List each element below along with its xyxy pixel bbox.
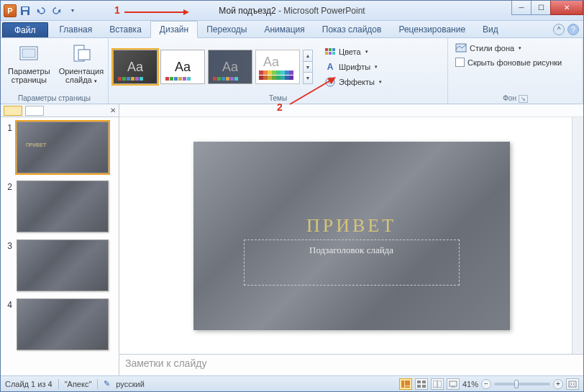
svg-rect-17 (405, 380, 410, 386)
slide-thumb-3[interactable] (17, 240, 109, 291)
group-label-background: Фон ↘ (452, 93, 578, 104)
help-button[interactable]: ? (567, 24, 579, 35)
slide-edit-area[interactable]: ПРИВЕТ Подзаголовок слайда (119, 117, 583, 354)
spellcheck-icon[interactable]: ✎ (104, 379, 110, 388)
theme-colors-button[interactable]: Цвета▾ (321, 45, 385, 59)
svg-rect-11 (329, 52, 332, 55)
theme-gallery-down[interactable]: ▼ (304, 62, 312, 73)
zoom-in-button[interactable]: + (553, 379, 563, 389)
svg-rect-22 (422, 385, 426, 388)
ribbon-design: Параметры страницы Ориентация слайда ▾ П… (1, 38, 583, 104)
reading-view-button[interactable] (431, 378, 444, 390)
tab-animation[interactable]: Анимация (255, 22, 313, 37)
fit-to-window-button[interactable] (566, 378, 579, 390)
hide-background-graphics-checkbox[interactable]: Скрыть фоновые рисунки (452, 56, 565, 68)
svg-rect-10 (325, 52, 328, 55)
svg-rect-19 (417, 380, 421, 383)
colors-icon (324, 46, 336, 58)
thumbnails-tab-slides[interactable] (4, 106, 22, 116)
powerpoint-app-icon: P (4, 4, 17, 17)
tab-insert[interactable]: Вставка (101, 22, 150, 37)
theme-gallery: Aa Aa Aa Aa (113, 50, 313, 84)
theme-gallery-up[interactable]: ▲ (304, 50, 312, 62)
thumb-number: 2 (4, 181, 12, 192)
minimize-button[interactable]: ─ (511, 1, 531, 15)
notes-pane[interactable]: Заметки к слайду (119, 354, 583, 375)
background-styles-icon (455, 42, 467, 54)
redo-button[interactable] (50, 4, 64, 18)
slide-thumb-1[interactable]: ПРИВЕТ (17, 122, 109, 173)
svg-rect-20 (422, 380, 426, 383)
slide-thumb-2[interactable] (17, 181, 109, 232)
thumb-number: 1 (4, 122, 12, 133)
svg-rect-18 (405, 386, 410, 388)
orientation-icon (70, 42, 93, 65)
svg-rect-2 (23, 12, 27, 15)
thumb-number: 4 (4, 298, 12, 310)
theme-thumb-4[interactable]: Aa (255, 50, 300, 84)
title-bar: P ▾ Мой подъезд2 - Microsoft PowerPoint … (1, 1, 583, 21)
window-title: Мой подъезд2 - Microsoft PowerPoint (219, 6, 365, 16)
tab-review[interactable]: Рецензирование (390, 22, 474, 37)
slide-counter: Слайд 1 из 4 (5, 380, 53, 388)
thumbnails-tab-outline[interactable] (25, 106, 44, 116)
background-styles-button[interactable]: Стили фона▾ (452, 41, 565, 55)
svg-rect-12 (332, 52, 335, 55)
svg-rect-7 (325, 48, 328, 51)
thumbnails-close-button[interactable]: ✕ (110, 106, 116, 114)
undo-button[interactable] (34, 4, 48, 18)
svg-rect-4 (22, 49, 35, 58)
group-label-page-setup: Параметры страницы (5, 93, 104, 104)
maximize-button[interactable]: ☐ (531, 1, 551, 15)
tab-view[interactable]: Вид (474, 22, 507, 37)
zoom-out-button[interactable]: − (481, 379, 491, 389)
tab-transitions[interactable]: Переходы (198, 22, 255, 37)
language-status[interactable]: русский (116, 380, 144, 388)
page-setup-icon (17, 42, 40, 65)
svg-rect-25 (569, 381, 576, 387)
effects-icon (324, 76, 336, 88)
slide-thumbnails-pane: ✕ 1 ПРИВЕТ 2 3 4 (1, 104, 119, 375)
tab-slideshow[interactable]: Показ слайдов (314, 22, 391, 37)
slide-thumb-4[interactable] (17, 298, 109, 350)
zoom-slider[interactable] (494, 383, 550, 386)
theme-fonts-button[interactable]: A Шрифты▾ (321, 60, 385, 74)
horizontal-ruler (119, 104, 583, 117)
vertical-scrollbar[interactable] (572, 117, 583, 354)
page-setup-button[interactable]: Параметры страницы (5, 41, 53, 86)
slide-subtitle-placeholder[interactable]: Подзаголовок слайда (244, 240, 460, 286)
fonts-icon: A (324, 61, 336, 73)
svg-rect-16 (401, 380, 404, 388)
svg-rect-21 (417, 385, 421, 388)
group-label-themes: Темы (113, 93, 443, 104)
minimize-ribbon-button[interactable]: ^ (553, 24, 565, 35)
sorter-view-button[interactable] (415, 378, 428, 390)
svg-rect-24 (450, 381, 457, 386)
theme-thumb-office[interactable]: Aa (160, 50, 205, 84)
current-slide[interactable]: ПРИВЕТ Подзаголовок слайда (193, 142, 510, 330)
status-bar: Слайд 1 из 4 "Апекс" ✎ русский 41% − + (1, 375, 583, 391)
theme-gallery-more[interactable]: ▼ (304, 73, 312, 83)
theme-effects-button[interactable]: Эффекты▾ (321, 75, 385, 89)
zoom-level[interactable]: 41% (462, 380, 478, 388)
tab-design[interactable]: Дизайн (150, 21, 198, 38)
theme-name-status: "Апекс" (65, 380, 92, 388)
slide-orientation-button[interactable]: Ориентация слайда ▾ (56, 41, 106, 87)
svg-rect-9 (332, 48, 335, 51)
ribbon-tabs: Файл Главная Вставка Дизайн Переходы Ани… (1, 21, 583, 38)
slide-title-text[interactable]: ПРИВЕТ (193, 215, 510, 237)
theme-thumb-apex[interactable]: Aa (113, 50, 158, 84)
svg-rect-6 (78, 50, 90, 60)
checkbox-icon (455, 58, 465, 67)
thumb-number: 3 (4, 240, 12, 251)
qat-customize[interactable]: ▾ (65, 4, 80, 18)
close-button[interactable]: ✕ (550, 1, 583, 15)
tab-home[interactable]: Главная (51, 22, 101, 37)
tab-file[interactable]: Файл (2, 22, 48, 37)
svg-point-14 (328, 80, 332, 84)
slideshow-view-button[interactable] (447, 378, 460, 390)
save-button[interactable] (18, 4, 32, 18)
theme-thumb-3[interactable]: Aa (208, 50, 252, 84)
normal-view-button[interactable] (399, 378, 412, 390)
svg-rect-8 (329, 48, 332, 51)
